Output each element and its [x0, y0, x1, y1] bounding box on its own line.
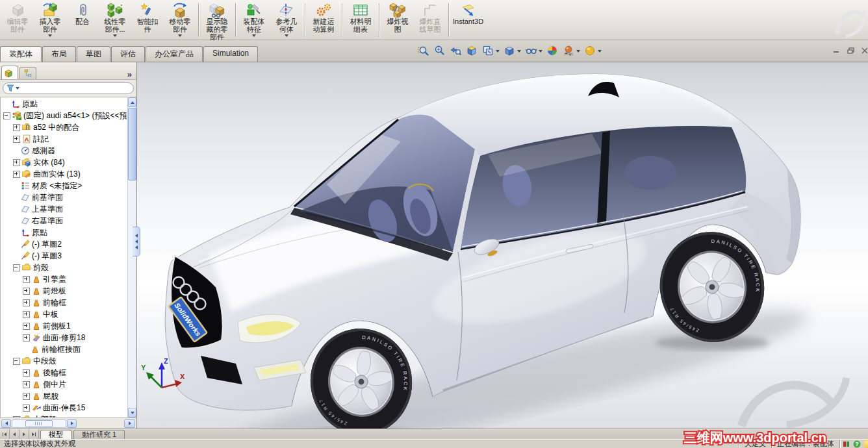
new-motion-study-button[interactable]: 新建运动算例 — [307, 1, 340, 40]
command-tab-评估[interactable]: 评估 — [111, 46, 145, 62]
tree-expander-plus-icon[interactable] — [23, 323, 30, 330]
scroll-up-icon[interactable] — [128, 97, 136, 107]
tree-expander-plus-icon[interactable] — [23, 299, 30, 306]
zoom-to-area-button[interactable] — [432, 44, 447, 58]
dropdown-arrow-icon[interactable] — [496, 50, 500, 53]
view-orientation-button[interactable] — [481, 44, 501, 58]
section-view-button[interactable] — [465, 44, 479, 58]
vertical-scroll-thumb[interactable] — [128, 108, 136, 180]
tree-expander-plus-icon[interactable] — [23, 369, 30, 377]
tree-item[interactable]: 感測器 — [1, 145, 127, 156]
tree-item[interactable]: (-) 草圖3 — [1, 250, 127, 262]
scroll-left-icon[interactable] — [1, 419, 11, 428]
tab-scroll-last-icon[interactable] — [29, 429, 39, 439]
panel-splitter-handle[interactable] — [133, 227, 140, 256]
dropdown-arrow-icon[interactable] — [113, 34, 117, 37]
graphics-viewport[interactable]: SolidWorks — [137, 62, 868, 429]
display-style-button[interactable] — [502, 44, 522, 58]
dropdown-arrow-icon[interactable] — [252, 34, 256, 37]
tab-scroll-left-icon[interactable] — [10, 429, 19, 439]
filter-field[interactable] — [3, 82, 134, 94]
tree-expander-plus-icon[interactable] — [13, 171, 20, 178]
close-icon[interactable] — [860, 46, 868, 55]
command-tab-Simulation[interactable]: Simulation — [203, 46, 258, 62]
tree-expander-plus-icon[interactable] — [23, 276, 30, 283]
tree-item[interactable]: 中段殼 — [1, 355, 127, 367]
configuration-manager-tab[interactable] — [19, 67, 36, 79]
help-icon[interactable]: ? — [853, 440, 861, 448]
document-tab-動作研究 1[interactable]: 動作研究 1 — [73, 430, 125, 439]
tree-item[interactable]: 上基準面 — [1, 203, 127, 215]
dropdown-arrow-icon[interactable] — [576, 50, 580, 53]
dropdown-arrow-icon[interactable] — [598, 50, 602, 53]
previous-view-button[interactable] — [448, 44, 463, 58]
tree-item[interactable]: (固定) audi a54<1> (預設<<預 — [1, 110, 127, 121]
command-tab-办公室产品[interactable]: 办公室产品 — [146, 46, 203, 62]
tree-item[interactable]: 前殼 — [1, 262, 127, 273]
smart-fasteners-button[interactable]: 智能扣件 — [131, 1, 164, 40]
filter-input[interactable] — [21, 84, 130, 93]
horizontal-scroll-track[interactable] — [12, 419, 66, 428]
tree-horizontal-scrollbar[interactable] — [0, 418, 136, 429]
tree-item[interactable]: 前側板1 — [1, 320, 127, 332]
tree-item[interactable]: 原點 — [1, 227, 127, 238]
bill-of-materials-button[interactable]: 材料明细表 — [344, 1, 377, 40]
tree-item[interactable]: 前輪框 — [1, 297, 127, 308]
apply-scene-button[interactable] — [561, 44, 581, 58]
panel-expand-chevrons[interactable]: » — [125, 69, 134, 79]
tree-expander-minus-icon[interactable] — [13, 264, 20, 271]
tree-item[interactable]: a52 中的配合 — [1, 121, 127, 133]
tab-scroll-first-icon[interactable] — [0, 429, 10, 439]
dropdown-arrow-icon[interactable] — [178, 34, 182, 37]
document-tab-模型[interactable]: 模型 — [40, 430, 71, 439]
tree-item[interactable]: 曲面实体 (13) — [1, 168, 127, 180]
dropdown-arrow-icon[interactable] — [48, 34, 52, 37]
assembly-features-button[interactable]: 装配体特征 — [238, 1, 270, 40]
zoom-to-fit-button[interactable] — [416, 44, 431, 58]
tree-item[interactable]: 曲面-修剪18 — [1, 332, 127, 343]
panel-width-expand-button[interactable] — [124, 419, 135, 428]
feature-manager-tab[interactable] — [1, 66, 18, 79]
tree-expander-minus-icon[interactable] — [3, 112, 10, 119]
command-tab-布局[interactable]: 布局 — [42, 46, 76, 62]
dropdown-arrow-icon[interactable] — [539, 50, 542, 53]
command-tab-装配体[interactable]: 装配体 — [0, 46, 42, 62]
tab-scroll-right-icon[interactable] — [19, 429, 29, 439]
move-component-button[interactable]: 移动零部件 — [164, 1, 196, 40]
tree-item[interactable]: 曲面-伸長15 — [1, 402, 127, 414]
tree-item[interactable]: 原點 — [1, 98, 127, 110]
tree-expander-plus-icon[interactable] — [23, 288, 30, 295]
mate-button[interactable]: 配合 — [66, 1, 99, 40]
dropdown-arrow-icon[interactable] — [285, 34, 288, 37]
horizontal-scroll-thumb[interactable] — [25, 420, 53, 427]
quick-tips-icon[interactable] — [863, 440, 868, 448]
hide-show-items-button[interactable] — [524, 44, 544, 58]
tree-expander-plus-icon[interactable] — [23, 381, 30, 388]
tree-item[interactable]: 前燈板 — [1, 285, 127, 297]
tree-item[interactable]: A註記 — [1, 133, 127, 145]
tree-item[interactable]: 右基準面 — [1, 215, 127, 227]
tree-expander-plus-icon[interactable] — [13, 136, 20, 143]
tree-expander-minus-icon[interactable] — [13, 358, 20, 365]
minimize-icon[interactable] — [832, 46, 841, 55]
tree-expander-plus-icon[interactable] — [23, 404, 30, 412]
tree-item[interactable]: 前輪框接面 — [1, 343, 127, 355]
view-settings-button[interactable] — [583, 44, 603, 58]
tree-item[interactable]: 前基準面 — [1, 192, 127, 203]
exploded-view-button[interactable]: 爆炸视图 — [381, 1, 414, 40]
tree-item[interactable]: 屁股 — [1, 390, 127, 402]
reference-geometry-button[interactable]: 参考几何体 — [270, 1, 303, 40]
dropdown-arrow-icon[interactable] — [517, 50, 521, 53]
tree-item[interactable]: 引擎盖 — [1, 273, 127, 285]
tree-expander-plus-icon[interactable] — [13, 416, 20, 418]
show-hidden-components-button[interactable]: 显示隐藏的零部件 — [201, 1, 233, 40]
tree-item[interactable]: 材质 <未指定> — [1, 180, 127, 192]
tree-vertical-scrollbar[interactable] — [127, 97, 136, 417]
tree-item[interactable]: 後輪框 — [1, 367, 127, 379]
tree-expander-plus-icon[interactable] — [13, 124, 20, 131]
scroll-down-icon[interactable] — [128, 408, 136, 417]
restore-icon[interactable] — [846, 46, 856, 55]
command-tab-草图[interactable]: 草图 — [77, 46, 110, 62]
linear-component-pattern-button[interactable]: 线性零部件... — [99, 1, 131, 40]
tree-expander-plus-icon[interactable] — [23, 393, 30, 400]
